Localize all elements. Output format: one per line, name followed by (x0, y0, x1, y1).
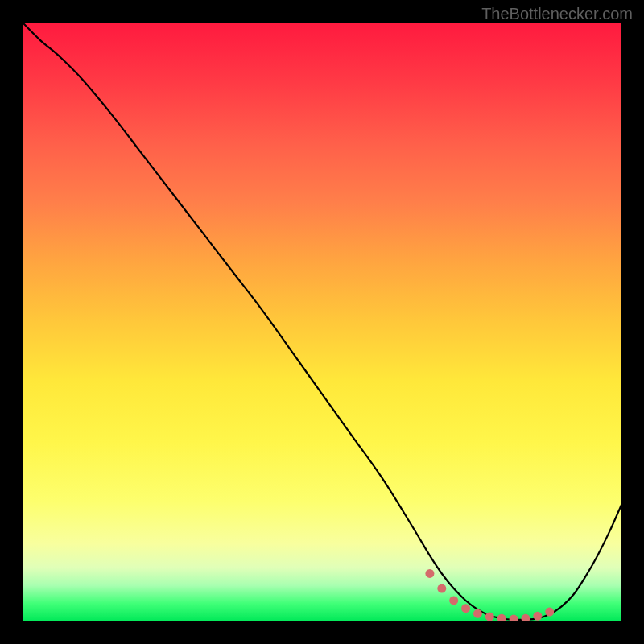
marker-point (461, 604, 470, 613)
marker-point (533, 612, 542, 621)
curve-markers (425, 569, 554, 621)
marker-point (545, 608, 554, 617)
marker-point (425, 569, 434, 578)
marker-point (485, 613, 494, 621)
marker-point (510, 615, 518, 621)
marker-point (437, 584, 446, 593)
marker-point (497, 614, 506, 621)
marker-point (521, 614, 530, 621)
marker-point (449, 596, 458, 605)
bottleneck-curve (23, 23, 621, 620)
attribution-text: TheBottlenecker.com (481, 5, 633, 23)
chart-svg (23, 23, 621, 621)
marker-point (473, 609, 482, 618)
chart-plot-area (23, 23, 621, 621)
